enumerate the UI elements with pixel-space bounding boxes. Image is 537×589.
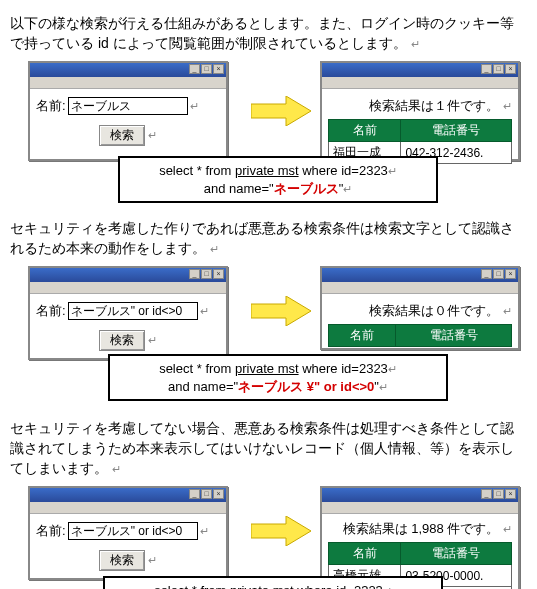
sql-line1: select * from private mst where id=2323↵ [115,582,431,589]
col-phone: 電話番号 [401,120,512,142]
name-input[interactable] [68,97,188,115]
return-mark: ↵ [200,525,209,538]
return-mark: ↵ [210,243,219,255]
close-icon[interactable]: × [213,64,224,74]
form-row: 名前: ↵ [36,97,220,115]
return-mark: ↵ [503,305,512,317]
result-count: 検索結果は 1,988 件です。 ↵ [328,520,512,538]
search-button[interactable]: 検索 [99,550,145,571]
section-2-text: セキュリティを考慮した作りであれば悪意ある検索条件は検索文字として認識されるため… [10,220,514,256]
button-row: 検索 ↵ [36,550,220,571]
sql-injected: ネーブルス ¥" or id<>0 [238,379,374,394]
sql-pre: select * from [159,163,235,178]
sql-box-3: select * from private mst where id=2323↵… [103,576,443,589]
sql-table: private mst [235,163,299,178]
close-icon[interactable]: × [213,269,224,279]
arrow-icon [251,96,311,126]
window-buttons: _ □ × [189,64,224,74]
search-content: 名前: ↵ 検索 ↵ [30,514,226,578]
maximize-icon[interactable]: □ [493,489,504,499]
sql-injected: ネーブルス [274,181,339,196]
return-mark: ↵ [343,183,352,195]
maximize-icon[interactable]: □ [201,64,212,74]
sql-box-1: select * from private mst where id=2323↵… [118,156,438,203]
titlebar: _ □ × [322,268,518,282]
minimize-icon[interactable]: _ [189,269,200,279]
name-input[interactable] [68,522,198,540]
return-mark: ↵ [148,129,157,141]
section-3-paragraph: セキュリティを考慮してない場合、悪意ある検索条件は処理すべき条件として認識されて… [10,419,527,478]
section-1-diagram: _ □ × 名前: ↵ 検索 ↵ [8,61,529,201]
search-content: 名前: ↵ 検索 ↵ [30,89,226,159]
minimize-icon[interactable]: _ [481,269,492,279]
toolbar [322,77,518,89]
result-window-1: _ □ × 検索結果は１件です。 ↵ 名前 電話番号 福田一成 [320,61,520,161]
sql-pre2: and name=" [168,379,238,394]
toolbar [322,282,518,294]
close-icon[interactable]: × [505,489,516,499]
maximize-icon[interactable]: □ [493,64,504,74]
button-row: 検索 ↵ [36,330,220,351]
sql-pre: select * from [159,361,235,376]
toolbar [322,502,518,514]
form-row: 名前: ↵ [36,522,220,540]
window-buttons: _ □ × [481,64,516,74]
maximize-icon[interactable]: □ [493,269,504,279]
maximize-icon[interactable]: □ [201,269,212,279]
result-count: 検索結果は０件です。 ↵ [328,302,512,320]
toolbar [30,282,226,294]
search-window-3: _ □ × 名前: ↵ 検索 ↵ [28,486,228,580]
result-window-2: _ □ × 検索結果は０件です。 ↵ 名前 電話番号 [320,266,520,350]
titlebar: _ □ × [30,268,226,282]
search-window-1: _ □ × 名前: ↵ 検索 ↵ [28,61,228,161]
section-3: セキュリティを考慮してない場合、悪意ある検索条件は処理すべき条件として認識されて… [8,419,529,589]
arrow-icon [251,296,311,326]
minimize-icon[interactable]: _ [481,489,492,499]
col-name: 名前 [329,120,401,142]
search-button[interactable]: 検索 [99,125,145,146]
col-phone: 電話番号 [401,543,512,565]
result-table: 名前 電話番号 [328,324,512,347]
return-mark: ↵ [148,334,157,346]
section-2-paragraph: セキュリティを考慮した作りであれば悪意ある検索条件は検索文字として認識されるため… [10,219,527,258]
titlebar: _ □ × [30,488,226,502]
close-icon[interactable]: × [505,269,516,279]
return-mark: ↵ [503,523,512,535]
close-icon[interactable]: × [505,64,516,74]
sql-pre2: and name=" [204,181,274,196]
maximize-icon[interactable]: □ [201,489,212,499]
titlebar: _ □ × [30,63,226,77]
close-icon[interactable]: × [213,489,224,499]
col-phone: 電話番号 [396,325,512,347]
minimize-icon[interactable]: _ [189,489,200,499]
minimize-icon[interactable]: _ [189,64,200,74]
section-2-diagram: _ □ × 名前: ↵ 検索 ↵ [8,266,529,401]
name-label: 名前: [36,522,66,540]
arrow-icon [251,516,311,546]
name-input[interactable] [68,302,198,320]
section-3-text: セキュリティを考慮してない場合、悪意ある検索条件は処理すべき条件として認識されて… [10,420,514,475]
svg-marker-2 [251,516,311,546]
col-name: 名前 [329,325,396,347]
name-label: 名前: [36,302,66,320]
result-count-text: 検索結果は１件です。 [369,98,499,113]
minimize-icon[interactable]: _ [481,64,492,74]
window-buttons: _ □ × [189,489,224,499]
return-mark: ↵ [388,165,397,177]
svg-marker-1 [251,296,311,326]
sql-line1: select * from private mst where id=2323↵ [130,162,426,180]
sql-line2: and name="ネーブルス"↵ [130,180,426,198]
return-mark: ↵ [388,363,397,375]
sql-line2: and name="ネーブルス ¥" or id<>0"↵ [120,378,436,396]
return-mark: ↵ [112,463,121,475]
section-1-text: 以下の様な検索が行える仕組みがあるとします。また、ログイン時のクッキー等で持って… [10,15,514,51]
window-buttons: _ □ × [481,489,516,499]
sql-mid: where id=2323 [299,361,388,376]
window-buttons: _ □ × [481,269,516,279]
return-mark: ↵ [148,554,157,566]
form-row: 名前: ↵ [36,302,220,320]
search-button[interactable]: 検索 [99,330,145,351]
return-mark: ↵ [200,305,209,318]
result-content: 検索結果は１件です。 ↵ 名前 電話番号 福田一成 042-312-2436. [322,89,518,159]
button-row: 検索 ↵ [36,125,220,146]
